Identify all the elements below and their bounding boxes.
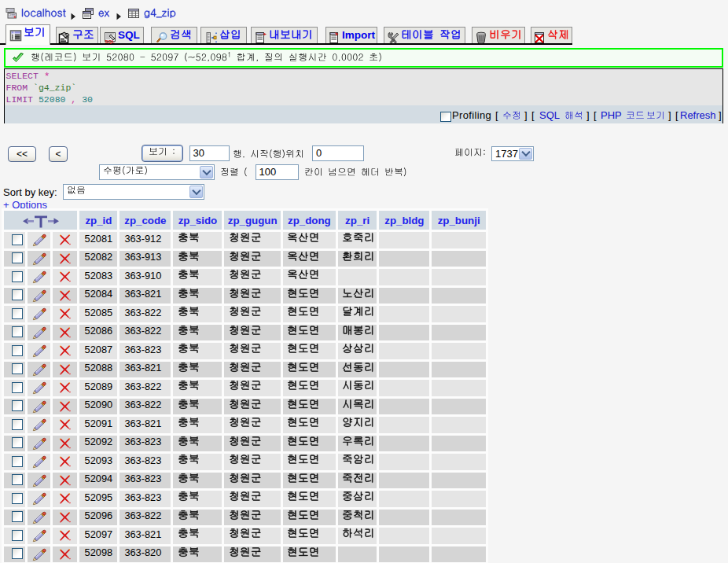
svg-text:SQL: SQL xyxy=(105,39,116,43)
